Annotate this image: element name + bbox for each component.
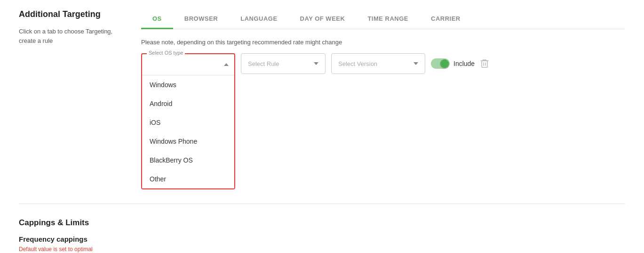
- chevron-up-icon: [224, 63, 229, 66]
- additional-targeting-heading: Additional Targeting: [19, 9, 122, 19]
- tab-os[interactable]: OS: [141, 9, 173, 29]
- os-dropdown-header[interactable]: Select OS type: [142, 54, 234, 75]
- toggle-track: [431, 58, 450, 69]
- section-divider: [19, 204, 625, 204]
- include-label: Include: [453, 60, 475, 67]
- os-option-other[interactable]: Other: [142, 170, 234, 188]
- cappings-heading: Cappings & Limits: [19, 218, 122, 228]
- tab-day-of-week[interactable]: DAY OF WEEK: [289, 9, 357, 29]
- os-option-windows[interactable]: Windows: [142, 75, 234, 94]
- toggle-thumb: [440, 59, 449, 68]
- frequency-cappings-label: Frequency cappings: [19, 235, 122, 243]
- os-dropdown-container: Select OS type Windows Android iOS Windo…: [141, 53, 235, 189]
- chevron-down-icon: [314, 62, 318, 65]
- targeting-row: Select OS type Windows Android iOS Windo…: [141, 53, 625, 189]
- svg-rect-0: [482, 61, 487, 67]
- os-option-windows-phone[interactable]: Windows Phone: [142, 132, 234, 151]
- os-option-ios[interactable]: iOS: [142, 113, 234, 132]
- frequency-default-text: Default value is set to optimal: [19, 246, 122, 253]
- select-rule-dropdown[interactable]: Select Rule: [241, 53, 326, 74]
- chevron-down-icon-version: [413, 62, 418, 65]
- os-dropdown-label: Select OS type: [147, 50, 185, 56]
- bottom-section: Cappings & Limits Frequency cappings Def…: [19, 218, 625, 253]
- delete-button[interactable]: [480, 53, 489, 74]
- os-type-dropdown[interactable]: Select OS type Windows Android iOS Windo…: [141, 53, 235, 189]
- select-rule-placeholder: Select Rule: [248, 60, 279, 67]
- targeting-notice: Please note, depending on this targeting…: [141, 39, 625, 46]
- os-option-blackberry[interactable]: BlackBerry OS: [142, 151, 234, 170]
- include-container: Include: [431, 53, 475, 74]
- os-dropdown-list: Windows Android iOS Windows Phone BlackB…: [142, 75, 234, 188]
- tab-time-range[interactable]: TIME RANGE: [356, 9, 420, 29]
- cappings-panel: Cappings & Limits Frequency cappings Def…: [19, 218, 122, 253]
- tab-carrier[interactable]: CARRIER: [420, 9, 472, 29]
- os-option-android[interactable]: Android: [142, 94, 234, 113]
- tab-language[interactable]: LANGUAGE: [229, 9, 288, 29]
- include-toggle[interactable]: [431, 58, 450, 69]
- select-version-placeholder: Select Version: [338, 60, 377, 67]
- select-version-dropdown[interactable]: Select Version: [331, 53, 425, 74]
- targeting-description: Click on a tab to choose Targeting, crea…: [19, 27, 122, 45]
- tabs-container: OS BROWSER LANGUAGE DAY OF WEEK TIME RAN…: [141, 9, 625, 29]
- tab-browser[interactable]: BROWSER: [173, 9, 229, 29]
